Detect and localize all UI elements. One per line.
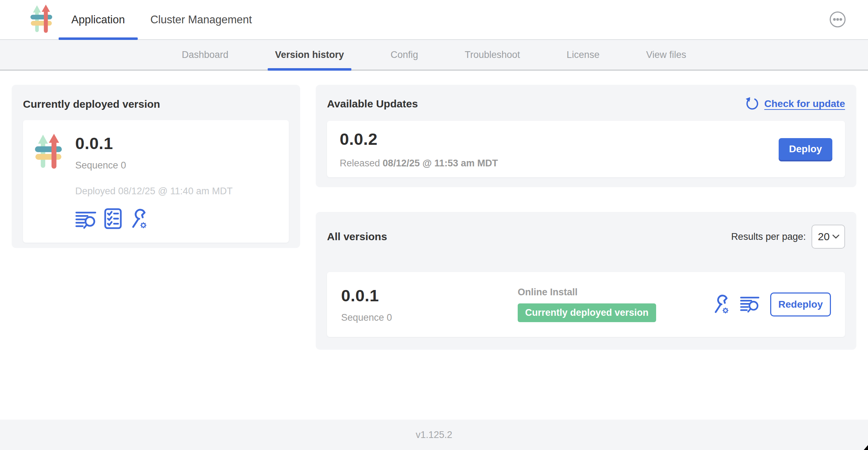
deployed-sequence: Sequence 0 — [75, 160, 233, 171]
version-row-info: 0.0.1 Sequence 0 — [341, 286, 518, 323]
chevron-down-icon — [832, 235, 839, 239]
config-wrench-icon[interactable] — [712, 295, 730, 314]
row-version-number: 0.0.1 — [341, 286, 518, 305]
update-released-line: Released 08/12/25 @ 11:53 am MDT — [340, 158, 498, 169]
check-for-update-label: Check for update — [764, 98, 845, 109]
deployed-version-number: 0.0.1 — [75, 134, 233, 153]
currently-deployed-title: Currently deployed version — [23, 98, 289, 110]
release-notes-icon[interactable] — [740, 296, 760, 313]
results-per-page-value: 20 — [818, 231, 830, 243]
currently-deployed-panel: Currently deployed version 0.0.1 Sequenc… — [12, 85, 300, 248]
available-updates-title: Available Updates — [327, 98, 418, 110]
deployed-app-logo — [35, 134, 62, 229]
version-row: 0.0.1 Sequence 0 Online Install Currentl… — [327, 272, 845, 337]
row-sequence: Sequence 0 — [341, 312, 518, 323]
check-for-update-link[interactable]: Check for update — [745, 97, 845, 111]
preflight-checklist-icon[interactable] — [104, 208, 122, 229]
version-row-actions: Redeploy — [712, 292, 831, 316]
app-logo-icon — [35, 134, 62, 172]
app-sub-nav: Dashboard Version history Config Trouble… — [0, 40, 868, 71]
subnav-item-license[interactable]: License — [559, 40, 607, 70]
refresh-icon — [745, 97, 759, 111]
deployed-timestamp: Deployed 08/12/25 @ 11:40 am MDT — [75, 186, 233, 197]
results-per-page-select[interactable]: 20 — [811, 225, 845, 249]
ellipsis-circle-icon — [829, 11, 846, 28]
deployed-actions — [75, 208, 233, 229]
update-version-number: 0.0.2 — [340, 129, 498, 149]
release-notes-icon[interactable] — [75, 211, 97, 229]
app-logo — [30, 0, 52, 39]
results-per-page: Results per page: 20 — [731, 225, 845, 249]
subnav-item-config[interactable]: Config — [383, 40, 426, 70]
app-logo-icon — [30, 5, 52, 35]
subnav-item-view-files[interactable]: View files — [639, 40, 694, 70]
all-versions-panel: All versions Results per page: 20 0.0.1 … — [316, 212, 856, 350]
footer: v1.125.2 — [0, 420, 868, 450]
install-type-label: Online Install — [518, 287, 712, 298]
config-wrench-icon[interactable] — [129, 209, 148, 229]
available-updates-panel: Available Updates Check for update 0.0.2… — [316, 85, 856, 187]
available-updates-header: Available Updates Check for update — [327, 97, 845, 111]
deployed-info: 0.0.1 Sequence 0 Deployed 08/12/25 @ 11:… — [75, 134, 233, 229]
tab-cluster-management[interactable]: Cluster Management — [138, 0, 265, 39]
update-info: 0.0.2 Released 08/12/25 @ 11:53 am MDT — [340, 129, 498, 169]
results-per-page-label: Results per page: — [731, 231, 806, 242]
right-column: Available Updates Check for update 0.0.2… — [316, 85, 856, 420]
top-nav-tabs: Application Cluster Management — [59, 0, 264, 39]
version-row-status: Online Install Currently deployed versio… — [518, 287, 712, 322]
tab-application[interactable]: Application — [59, 0, 138, 39]
update-row: 0.0.2 Released 08/12/25 @ 11:53 am MDT D… — [327, 121, 845, 177]
subnav-item-version-history[interactable]: Version history — [268, 40, 351, 70]
console-version: v1.125.2 — [416, 430, 452, 440]
main-content: Currently deployed version 0.0.1 Sequenc… — [0, 71, 868, 420]
overflow-menu-button[interactable] — [829, 11, 846, 28]
subnav-item-dashboard[interactable]: Dashboard — [174, 40, 236, 70]
released-date: 08/12/25 @ 11:53 am MDT — [383, 158, 498, 168]
redeploy-button[interactable]: Redeploy — [770, 292, 831, 316]
all-versions-header: All versions Results per page: 20 — [327, 225, 845, 249]
released-prefix: Released — [340, 158, 383, 168]
deployed-version-card: 0.0.1 Sequence 0 Deployed 08/12/25 @ 11:… — [23, 120, 289, 243]
all-versions-title: All versions — [327, 231, 387, 243]
subnav-item-troubleshoot[interactable]: Troubleshoot — [457, 40, 528, 70]
top-nav-bar: Application Cluster Management — [0, 0, 868, 40]
deploy-button[interactable]: Deploy — [779, 138, 832, 160]
currently-deployed-badge: Currently deployed version — [518, 303, 656, 322]
